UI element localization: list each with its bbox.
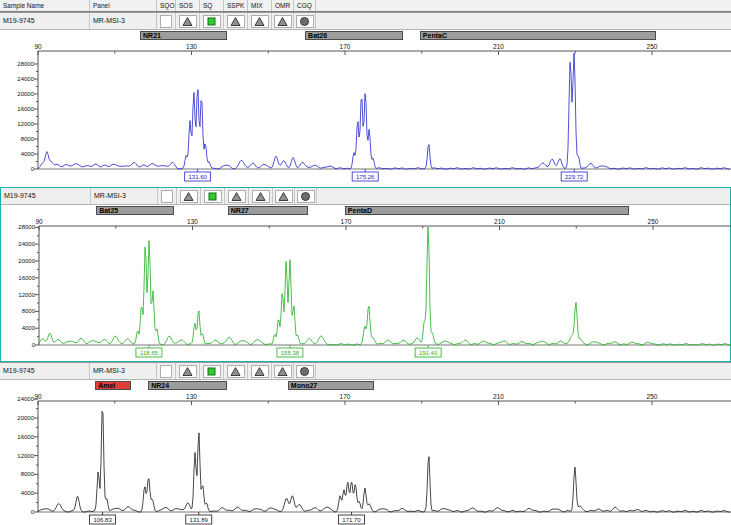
flag-box-mix[interactable] — [251, 15, 269, 28]
circle-icon — [300, 191, 311, 202]
triangle-icon — [255, 191, 266, 202]
flag-box-sq[interactable] — [203, 365, 221, 378]
column-header-sos: SOS — [176, 0, 200, 11]
marker-bar-mono27: Mono27 — [288, 381, 374, 390]
flag-cell-sos[interactable] — [176, 13, 200, 29]
flag-cell-sq[interactable] — [200, 13, 224, 29]
column-header-sq: SQ — [200, 0, 224, 11]
x-tick-label: 130 — [186, 393, 197, 400]
sample-row[interactable]: M19-9745MR-MSI-3 — [0, 363, 731, 380]
flag-box-sspk[interactable] — [227, 15, 245, 28]
sample-row[interactable]: M19-9745MR-MSI-3 — [0, 13, 731, 30]
panel-name: MR-MSI-3 — [91, 188, 158, 204]
sample-name[interactable]: M19-9745 — [0, 13, 90, 29]
x-tick-label: 170 — [341, 218, 352, 225]
sample-name[interactable]: M19-9745 — [1, 188, 91, 204]
flag-box-sq[interactable] — [203, 15, 221, 28]
flag-box-cgq[interactable] — [296, 365, 314, 378]
triangle-icon — [277, 16, 288, 27]
flag-cell-sspk[interactable] — [224, 363, 248, 379]
flag-box-sqo[interactable] — [161, 190, 173, 203]
flag-cell-mix[interactable] — [248, 363, 272, 379]
square-icon — [206, 366, 217, 377]
y-tick-label: 4000 — [22, 325, 36, 331]
flag-cell-omr[interactable] — [273, 188, 295, 204]
flag-cell-omr[interactable] — [272, 363, 294, 379]
flag-cell-sqo[interactable] — [157, 13, 176, 29]
triangle-icon — [231, 191, 242, 202]
flag-box-sos[interactable] — [180, 190, 198, 203]
y-tick-label: 24000 — [17, 396, 34, 402]
flag-box-mix[interactable] — [252, 190, 270, 203]
flag-box-sq[interactable] — [204, 190, 222, 203]
flag-box-cgq[interactable] — [296, 15, 314, 28]
flag-triangle-shape — [183, 367, 192, 375]
flag-cell-sqo[interactable] — [157, 363, 176, 379]
marker-bar-bat26: Bat26 — [305, 31, 403, 40]
flag-box-sos[interactable] — [179, 365, 197, 378]
trace-plot[interactable]: 9013017021025004000800012000160002000024… — [1, 216, 731, 361]
peak-size-label: 106.83 — [93, 517, 112, 523]
marker-bar-nr24: NR24 — [148, 381, 227, 390]
column-header-sspk: SSPK — [224, 0, 248, 11]
flag-cell-cgq[interactable] — [294, 363, 316, 379]
flag-cell-sq[interactable] — [201, 188, 225, 204]
flag-box-sspk[interactable] — [227, 365, 245, 378]
flag-box-omr[interactable] — [274, 365, 292, 378]
y-tick-label: 16000 — [17, 434, 34, 440]
peak-size-label: 155.38 — [281, 350, 300, 356]
sample-name[interactable]: M19-9745 — [0, 363, 90, 379]
flag-box-sos[interactable] — [179, 15, 197, 28]
y-tick-label: 20000 — [17, 91, 34, 97]
flag-box-sqo[interactable] — [160, 15, 172, 28]
trace-plot[interactable]: 9013017021025004000800012000160002000024… — [0, 41, 731, 187]
y-tick-label: 12000 — [18, 292, 35, 298]
x-tick-label: 250 — [647, 43, 658, 50]
column-header-filler — [316, 0, 731, 11]
triangle-icon — [183, 191, 194, 202]
y-tick-label: 12000 — [17, 453, 34, 459]
flag-triangle-shape — [183, 17, 192, 25]
x-tick-label: 250 — [647, 393, 658, 400]
flag-box-sqo[interactable] — [160, 365, 172, 378]
x-tick-label: 90 — [34, 43, 42, 50]
marker-bar-amel: Amel — [95, 381, 131, 390]
peak-size-label: 118.65 — [140, 350, 159, 356]
y-tick-label: 24000 — [18, 241, 35, 247]
triangle-icon — [277, 366, 288, 377]
flag-box-mix[interactable] — [251, 365, 269, 378]
flag-box-sspk[interactable] — [228, 190, 246, 203]
flag-triangle-shape — [279, 192, 288, 200]
flag-box-omr[interactable] — [274, 15, 292, 28]
flag-triangle-shape — [256, 192, 265, 200]
trace-line — [38, 53, 730, 169]
flag-cell-mix[interactable] — [249, 188, 273, 204]
y-tick-label: 28000 — [18, 224, 35, 230]
flag-cell-sspk[interactable] — [224, 13, 248, 29]
y-tick-label: 28000 — [17, 61, 34, 67]
flag-cell-sq[interactable] — [200, 363, 224, 379]
y-tick-label: 8000 — [22, 308, 36, 314]
triangle-icon — [254, 16, 265, 27]
y-tick-label: 8000 — [21, 136, 35, 142]
circle-icon — [299, 366, 310, 377]
flag-cell-sos[interactable] — [177, 188, 201, 204]
flag-cell-cgq[interactable] — [294, 13, 316, 29]
marker-strip: AmelNR24Mono27 — [0, 380, 731, 391]
flag-cell-mix[interactable] — [248, 13, 272, 29]
triangle-icon — [182, 366, 193, 377]
sample-row[interactable]: M19-9745MR-MSI-3 — [1, 188, 730, 205]
flag-cell-sspk[interactable] — [225, 188, 249, 204]
flag-box-omr[interactable] — [275, 190, 293, 203]
triangle-icon — [230, 16, 241, 27]
square-icon — [206, 16, 217, 27]
x-tick-label: 130 — [187, 218, 198, 225]
trace-plot[interactable]: 9013017021025004000800012000160002000024… — [0, 391, 731, 525]
flag-cell-cgq[interactable] — [295, 188, 317, 204]
flag-cell-sos[interactable] — [176, 363, 200, 379]
x-tick-label: 210 — [493, 43, 504, 50]
triangle-icon — [182, 16, 193, 27]
flag-box-cgq[interactable] — [297, 190, 315, 203]
flag-cell-sqo[interactable] — [158, 188, 177, 204]
flag-cell-omr[interactable] — [272, 13, 294, 29]
